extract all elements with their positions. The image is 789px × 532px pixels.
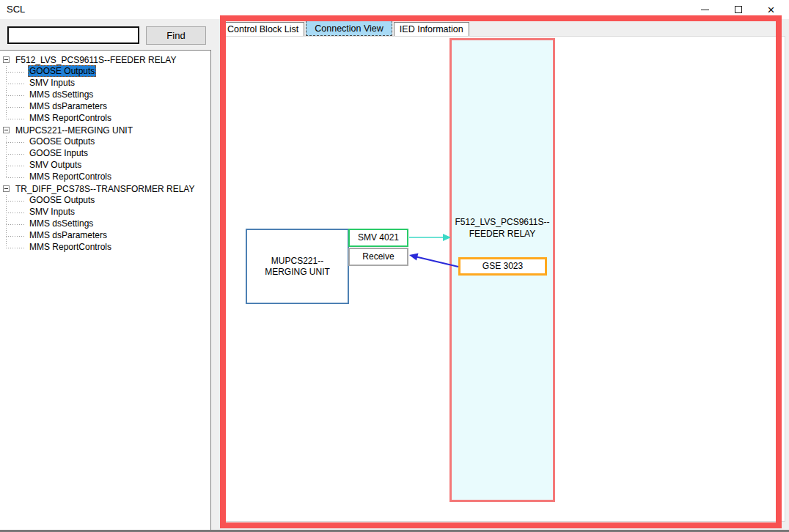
tree-root-label: TR_DIFF_PCS78S--TRANSFORMER RELAY bbox=[15, 184, 194, 194]
tree-child-item[interactable]: MMS dsParameters bbox=[0, 230, 210, 242]
tree-child-label[interactable]: SMV Outputs bbox=[28, 159, 83, 171]
tree-child-item[interactable]: SMV Outputs bbox=[0, 160, 210, 171]
maximize-icon bbox=[735, 6, 742, 13]
minimize-button[interactable] bbox=[689, 0, 722, 19]
tree-child-label[interactable]: GOOSE Outputs bbox=[28, 136, 96, 147]
tree-child-label[interactable]: MMS dsParameters bbox=[28, 100, 109, 112]
window-controls: × bbox=[689, 0, 788, 19]
tree-root-item[interactable]: MUPCS221--MERGING UNIT bbox=[0, 125, 210, 136]
tree-child-label[interactable]: MMS ReportControls bbox=[28, 241, 113, 253]
maximize-button[interactable] bbox=[722, 0, 755, 19]
tree-child-label[interactable]: MMS dsParameters bbox=[28, 229, 109, 241]
close-button[interactable]: × bbox=[755, 0, 788, 19]
gse-block-node[interactable]: GSE 3023 bbox=[458, 257, 547, 276]
tree-child-label[interactable]: MMS dsSettings bbox=[28, 89, 95, 100]
tab-control-block-list[interactable]: Control Block List bbox=[221, 22, 304, 36]
tree-child-item[interactable]: MMS dsSettings bbox=[0, 218, 210, 230]
tree-child-item[interactable]: MMS ReportControls bbox=[0, 171, 210, 183]
tree-root-label: F512_LVS_PCS9611S--FEEDER RELAY bbox=[15, 55, 176, 65]
window-title: SCL bbox=[7, 4, 25, 15]
gse-block-label: GSE 3023 bbox=[482, 261, 523, 272]
receive-port-label: Receive bbox=[362, 251, 394, 262]
tree-child-label[interactable]: MMS dsSettings bbox=[28, 218, 95, 229]
device-tree[interactable]: F512_LVS_PCS9611S--FEEDER RELAYGOOSE Out… bbox=[0, 50, 211, 532]
close-icon: × bbox=[768, 4, 775, 16]
tree-child-label[interactable]: GOOSE Outputs bbox=[28, 194, 96, 206]
title-bar: SCL × bbox=[0, 0, 789, 19]
tree-child-label[interactable]: MMS ReportControls bbox=[28, 171, 113, 182]
smv-port-label: SMV 4021 bbox=[358, 232, 399, 243]
find-button[interactable]: Find bbox=[146, 26, 206, 45]
tree-child-item[interactable]: GOOSE Outputs bbox=[0, 66, 210, 78]
tree-root-label: MUPCS221--MERGING UNIT bbox=[15, 125, 133, 136]
tree-selected-item-label[interactable]: GOOSE Outputs bbox=[28, 65, 96, 77]
tree-children-group: GOOSE OutputsGOOSE InputsSMV OutputsMMS … bbox=[0, 136, 210, 183]
merging-unit-label: MUPCS221--MERGING UNIT bbox=[253, 256, 342, 278]
tab-bar: Control Block ListConnection ViewIED Inf… bbox=[221, 22, 471, 37]
tree-root-item[interactable]: TR_DIFF_PCS78S--TRANSFORMER RELAY bbox=[0, 183, 210, 195]
tab-ied-information[interactable]: IED Information bbox=[394, 22, 469, 36]
tab-connection-view[interactable]: Connection View bbox=[306, 21, 392, 36]
tree-child-item[interactable]: GOOSE Outputs bbox=[0, 136, 210, 148]
search-input[interactable] bbox=[7, 26, 139, 44]
tree-root-item[interactable]: F512_LVS_PCS9611S--FEEDER RELAY bbox=[0, 54, 210, 66]
collapse-minus-icon[interactable] bbox=[3, 185, 10, 192]
tree-child-item[interactable]: SMV Inputs bbox=[0, 78, 210, 89]
smv-port-node[interactable]: SMV 4021 bbox=[348, 229, 408, 247]
tree-child-item[interactable]: MMS ReportControls bbox=[0, 113, 210, 125]
tree-child-item[interactable]: GOOSE Outputs bbox=[0, 195, 210, 207]
tree-child-item[interactable]: SMV Inputs bbox=[0, 207, 210, 218]
tree-child-label[interactable]: MMS ReportControls bbox=[28, 112, 113, 124]
tree-child-item[interactable]: MMS ReportControls bbox=[0, 242, 210, 254]
feeder-relay-label: F512_LVS_PCS9611S--FEEDER RELAY bbox=[452, 216, 553, 240]
tree-child-item[interactable]: MMS dsParameters bbox=[0, 101, 210, 113]
collapse-minus-icon[interactable] bbox=[3, 127, 10, 133]
merging-unit-node[interactable]: MUPCS221--MERGING UNIT bbox=[246, 229, 349, 304]
tree-child-item[interactable]: GOOSE Inputs bbox=[0, 148, 210, 160]
receive-port-node[interactable]: Receive bbox=[348, 248, 408, 266]
tree-child-label[interactable]: SMV Inputs bbox=[28, 77, 76, 89]
collapse-minus-icon[interactable] bbox=[3, 56, 10, 63]
tree-child-label[interactable]: GOOSE Inputs bbox=[28, 147, 89, 159]
minimize-icon bbox=[701, 10, 709, 10]
tree-children-group: GOOSE OutputsSMV InputsMMS dsSettingsMMS… bbox=[0, 66, 210, 125]
tree-child-label[interactable]: SMV Inputs bbox=[28, 206, 76, 218]
tree-children-group: GOOSE OutputsSMV InputsMMS dsSettingsMMS… bbox=[0, 195, 210, 254]
tree-child-item[interactable]: MMS dsSettings bbox=[0, 89, 210, 101]
